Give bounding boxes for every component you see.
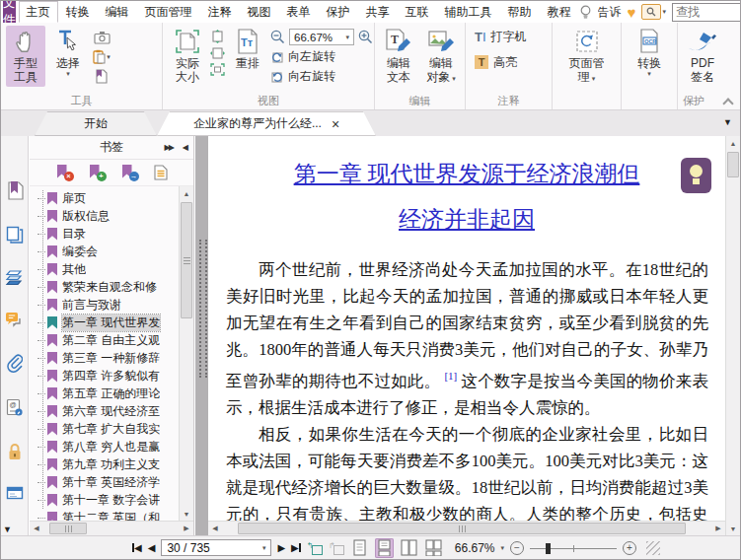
bookmarks-panel-icon[interactable] xyxy=(6,181,24,200)
panel-splitter[interactable] xyxy=(195,136,208,535)
scroll-right-icon[interactable]: ▶ xyxy=(180,522,193,535)
menu-tab[interactable]: 互联 xyxy=(398,1,437,23)
pages-panel-icon[interactable] xyxy=(6,226,24,244)
edit-object-button[interactable]: 编辑对象 ▾ xyxy=(421,26,461,87)
zoom-slider-handle[interactable] xyxy=(546,543,551,554)
scroll-right-icon[interactable]: ▶ xyxy=(711,522,725,535)
from-clipboard-page-icon[interactable] xyxy=(91,68,112,85)
menu-tab[interactable]: 辅助工具 xyxy=(437,1,500,23)
attachments-panel-icon[interactable] xyxy=(7,354,23,373)
expand-bookmark-list-button[interactable] xyxy=(154,165,168,180)
bookmark-item[interactable]: 繁荣来自观念和修 xyxy=(37,278,193,296)
single-page-layout-button[interactable] xyxy=(350,538,369,558)
delete-bookmark-button[interactable]: × xyxy=(56,165,72,180)
bookmark-item[interactable]: 第十一章 数字会讲 xyxy=(37,491,193,509)
security-panel-icon[interactable] xyxy=(7,443,23,460)
pdf-sign-button[interactable]: PDF签名 xyxy=(683,26,722,87)
snapshot-icon[interactable] xyxy=(91,29,112,45)
previous-view-button[interactable]: ↰ xyxy=(307,541,323,555)
bookmark-item[interactable]: 版权信息 xyxy=(37,207,193,225)
menu-tab[interactable]: 主页 xyxy=(19,1,58,23)
page-management-button[interactable]: 页面管理 ▾ xyxy=(565,26,609,87)
scrollbar-thumb[interactable] xyxy=(49,523,87,534)
collapse-panel-icon[interactable]: ◀ xyxy=(183,143,188,152)
document-horizontal-scrollbar[interactable]: ◀ ▶ xyxy=(208,521,725,535)
scrollbar-thumb[interactable] xyxy=(238,523,686,534)
lightbulb-icon[interactable] xyxy=(579,5,592,20)
menu-tab[interactable]: 共享 xyxy=(358,1,398,23)
actual-size-button[interactable]: 实际大小 xyxy=(168,26,207,87)
scrollbar-thumb[interactable] xyxy=(181,202,192,318)
scroll-up-icon[interactable]: ▲ xyxy=(180,186,193,200)
locate-bookmark-button[interactable]: → xyxy=(121,165,137,180)
menu-tab[interactable]: 注释 xyxy=(200,1,240,23)
facing-layout-button[interactable] xyxy=(400,538,418,558)
note-annotation-icon[interactable] xyxy=(681,158,711,193)
next-page-button[interactable]: ▶ xyxy=(277,542,285,553)
continuous-layout-button[interactable] xyxy=(375,538,394,558)
reflow-button[interactable]: Tт 重排 xyxy=(228,26,267,72)
zoom-in-icon[interactable] xyxy=(358,30,373,44)
heart-icon[interactable]: ♥ xyxy=(628,5,636,20)
layers-panel-icon[interactable] xyxy=(5,269,25,286)
document-tab-start[interactable]: 开始 xyxy=(35,111,157,136)
expand-panel-icon[interactable]: ▶▶ xyxy=(165,143,173,152)
previous-page-button[interactable]: ◀ xyxy=(148,542,156,553)
clipboard-icon[interactable]: ▾ xyxy=(91,48,112,65)
bookmark-item[interactable]: 编委会 xyxy=(37,243,193,260)
menu-tab[interactable]: 页面管理 xyxy=(137,1,200,23)
menu-tab[interactable]: 表单 xyxy=(279,1,319,23)
tab-list-dropdown-icon[interactable]: ▼ xyxy=(723,117,732,127)
digital-signature-panel-icon[interactable]: @ xyxy=(6,398,24,417)
bookmark-item[interactable]: 第五章 正确的理论 xyxy=(37,385,193,402)
zoom-dropdown-icon[interactable]: ▾ xyxy=(501,544,505,551)
bookmark-item[interactable]: 前言与致谢 xyxy=(37,296,193,314)
menu-tab[interactable]: 帮助 xyxy=(500,1,540,23)
bookmark-item[interactable]: 第六章 现代经济至 xyxy=(37,402,193,420)
bookmark-item[interactable]: 第四章 许多貌似有 xyxy=(37,367,193,385)
menu-tab[interactable]: 教程 xyxy=(540,1,579,23)
find-input[interactable] xyxy=(673,5,741,19)
add-bookmark-button[interactable]: + xyxy=(89,165,105,180)
scroll-down-icon[interactable]: ▼ xyxy=(726,522,740,535)
zoom-in-button[interactable]: + xyxy=(623,541,636,555)
scroll-left-icon[interactable]: ◀ xyxy=(208,522,222,535)
search-dropdown-button[interactable]: ▾ xyxy=(641,4,666,20)
first-page-button[interactable]: ◀ xyxy=(132,542,142,553)
bookmark-item[interactable]: 第十章 英国经济学 xyxy=(37,473,193,491)
next-view-button[interactable]: ↱ xyxy=(329,541,344,555)
bookmark-item[interactable]: 第一章 现代世界发 xyxy=(37,314,193,331)
zoom-out-button[interactable]: − xyxy=(510,541,524,555)
menu-tab[interactable]: 视图 xyxy=(240,1,279,23)
bookmark-item[interactable]: 第七章 扩大自我实 xyxy=(37,420,193,438)
footnote-link[interactable]: [1] xyxy=(444,370,457,382)
bookmark-item[interactable]: 第八章 穷人也是赢 xyxy=(37,438,193,455)
scroll-down-icon[interactable]: ▼ xyxy=(180,507,193,521)
scroll-up-icon[interactable]: ▲ xyxy=(726,136,740,150)
convert-button[interactable]: OCR 转换 ▾ xyxy=(630,26,669,79)
bookmark-item[interactable]: 第三章 一种新修辞 xyxy=(37,349,193,367)
last-page-button[interactable]: ▶ xyxy=(291,542,301,553)
fit-page-icon[interactable] xyxy=(210,30,225,43)
bookmark-item[interactable]: 第九章 功利主义支 xyxy=(37,455,193,473)
resize-grip[interactable] xyxy=(646,541,660,555)
panel-strip-more-icon[interactable]: ▼ xyxy=(3,525,12,534)
scroll-left-icon[interactable]: ◀ xyxy=(30,522,43,535)
zoom-slider[interactable] xyxy=(530,541,617,555)
menu-tab[interactable]: 保护 xyxy=(319,1,358,23)
ribbon-collapse-icon[interactable] xyxy=(723,97,732,105)
document-vertical-scrollbar[interactable]: ▲ ▼ xyxy=(725,136,740,535)
typewriter-button[interactable]: TI 打字机 xyxy=(471,26,531,47)
bookmark-item[interactable]: 目录 xyxy=(37,225,193,243)
chapter-title[interactable]: 第一章 现代世界发源于经济浪潮但 经济并非起因 xyxy=(208,152,725,243)
close-tab-icon[interactable]: × xyxy=(332,117,339,131)
hand-tool-button[interactable]: 手型工具 xyxy=(6,26,45,87)
bookmarks-horizontal-scrollbar[interactable]: ◀ ▶ xyxy=(30,521,193,535)
fit-width-icon[interactable] xyxy=(210,47,225,59)
comments-panel-icon[interactable] xyxy=(5,312,24,328)
menu-tab[interactable]: 转换 xyxy=(58,1,98,23)
bookmark-item[interactable]: 其他 xyxy=(37,260,193,278)
destinations-panel-icon[interactable] xyxy=(6,486,24,500)
fit-visible-icon[interactable] xyxy=(210,63,225,76)
document-tab-active[interactable]: 企业家的尊严为什么经... × xyxy=(157,111,376,136)
